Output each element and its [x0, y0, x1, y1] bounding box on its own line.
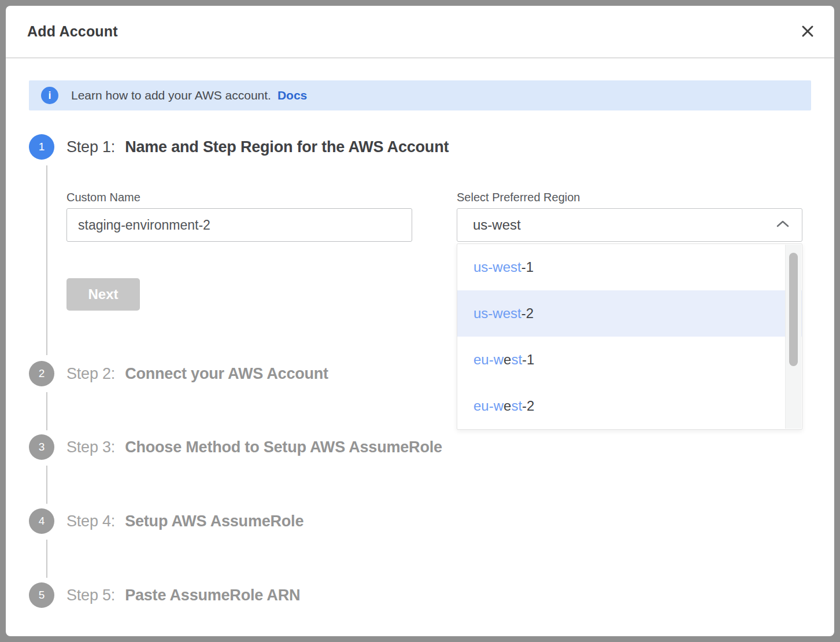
custom-name-label: Custom Name: [66, 191, 140, 204]
option-text: -2: [521, 305, 534, 321]
region-label: Select Preferred Region: [457, 191, 580, 204]
docs-link[interactable]: Docs: [277, 88, 307, 102]
step-title: Name and Step Region for the AWS Account: [125, 138, 449, 156]
region-option[interactable]: us-west-1: [457, 244, 802, 290]
option-match-text: st: [511, 398, 522, 414]
option-match-text: us-west: [473, 305, 521, 321]
option-label: us-west-2: [473, 305, 534, 322]
region-options-list: us-west-1 us-west-2 eu-west-1 eu-west-2: [457, 244, 802, 429]
step-row: 5 Step 5: Paste AssumeRole ARN: [29, 582, 300, 608]
step-number-badge: 3: [29, 434, 54, 460]
next-button[interactable]: Next: [66, 278, 140, 311]
option-text: -1: [522, 352, 534, 367]
step-prefix: Step 1:: [66, 138, 115, 156]
step-connector-line: [46, 165, 47, 355]
option-text: e: [504, 398, 511, 414]
region-option[interactable]: eu-west-1: [457, 337, 802, 383]
option-text: e: [504, 352, 511, 367]
add-account-modal: Add Account i Learn how to add your AWS …: [6, 6, 834, 636]
custom-name-input[interactable]: [66, 208, 412, 242]
step-number-badge: 2: [29, 361, 54, 386]
step-prefix: Step 5:: [66, 586, 115, 604]
option-label: us-west-1: [473, 259, 534, 275]
step-prefix: Step 4:: [66, 512, 115, 530]
step-row: 4 Step 4: Setup AWS AssumeRole: [29, 508, 304, 534]
info-icon: i: [41, 87, 58, 104]
close-icon: [800, 24, 815, 40]
option-match-text: us-west: [473, 259, 521, 275]
step-row: 3 Step 3: Choose Method to Setup AWS Ass…: [29, 434, 442, 460]
chevron-up-icon: [776, 220, 790, 230]
option-text: -2: [522, 398, 534, 414]
header-divider: [6, 57, 834, 58]
banner-text: Learn how to add your AWS account.: [71, 88, 271, 102]
option-match-text: st: [511, 352, 522, 367]
step-title: Connect your AWS Account: [125, 365, 328, 383]
step-title: Setup AWS AssumeRole: [125, 512, 304, 530]
dropdown-scrollbar-thumb[interactable]: [789, 253, 798, 366]
step-title: Paste AssumeRole ARN: [125, 586, 300, 604]
region-dropdown: us-west-1 us-west-2 eu-west-1 eu-west-2: [457, 243, 802, 430]
option-label: eu-west-2: [473, 398, 534, 414]
step-row: 1 Step 1: Name and Step Region for the A…: [29, 134, 449, 160]
info-banner: i Learn how to add your AWS account. Doc…: [29, 80, 811, 110]
region-select-value: us-west: [473, 217, 521, 233]
dropdown-scrollbar-track[interactable]: [785, 245, 801, 429]
step-prefix: Step 2:: [66, 365, 115, 383]
step-title: Choose Method to Setup AWS AssumeRole: [125, 438, 442, 456]
region-select[interactable]: us-west: [457, 208, 802, 242]
step-connector-line: [46, 392, 47, 430]
region-option[interactable]: eu-west-2: [457, 383, 802, 429]
close-button[interactable]: [798, 23, 817, 41]
step-number-badge: 5: [29, 582, 54, 608]
step-connector-line: [46, 466, 47, 504]
step-row: 2 Step 2: Connect your AWS Account: [29, 361, 328, 386]
step-number-badge: 4: [29, 508, 54, 534]
option-label: eu-west-1: [473, 352, 534, 368]
step-number-badge: 1: [29, 134, 54, 160]
modal-title: Add Account: [27, 6, 118, 57]
option-match-text: eu-w: [473, 398, 504, 414]
option-match-text: eu-w: [473, 352, 504, 367]
region-option[interactable]: us-west-2: [457, 290, 802, 337]
option-text: -1: [521, 259, 534, 275]
step-prefix: Step 3:: [66, 438, 115, 456]
step-connector-line: [46, 540, 47, 578]
modal-header: Add Account: [6, 6, 834, 57]
